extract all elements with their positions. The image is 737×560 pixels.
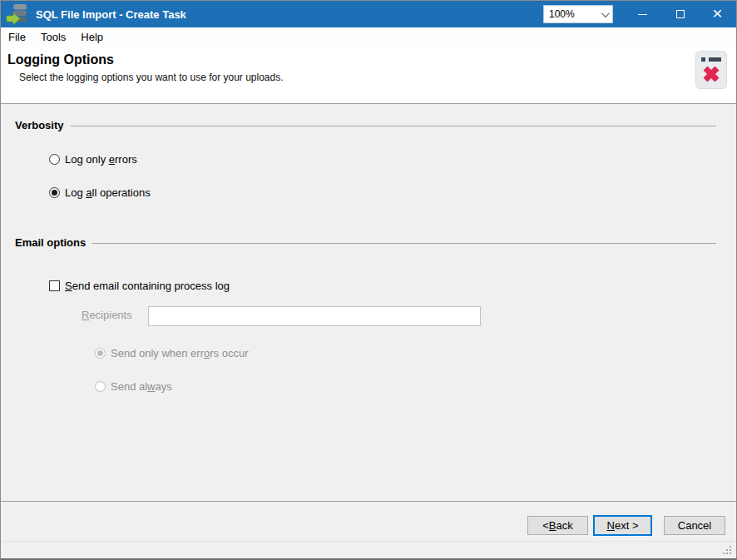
minimize-icon: [638, 14, 647, 15]
resize-grip[interactable]: [723, 546, 732, 555]
menu-file[interactable]: File: [7, 29, 33, 46]
radio-icon[interactable]: [95, 348, 106, 359]
maximize-icon: [676, 10, 685, 18]
window-title: SQL File Import - Create Task: [36, 8, 543, 21]
checkbox-send-email[interactable]: Send email containing process log: [49, 280, 230, 292]
database-import-icon: [6, 3, 27, 25]
zoom-select[interactable]: 100%: [543, 5, 613, 23]
title-bar: SQL File Import - Create Task 100% ×: [1, 1, 736, 27]
radio-send-only-errors[interactable]: Send only when errors occur: [95, 347, 248, 359]
checkbox-icon[interactable]: [49, 280, 60, 291]
verbosity-group-header: Verbosity: [15, 119, 716, 131]
radio-label: Log all operations: [65, 186, 151, 199]
next-button[interactable]: Next >: [593, 515, 652, 536]
radio-label: Send always: [111, 380, 172, 393]
status-bar: [1, 542, 736, 558]
menu-bar: File Tools Help: [1, 27, 736, 47]
radio-log-only-errors[interactable]: Log only errors: [49, 153, 137, 166]
wizard-window: SQL File Import - Create Task 100% × Fil…: [0, 0, 737, 560]
radio-icon[interactable]: [95, 381, 106, 392]
log-file-error-icon: [695, 51, 727, 89]
wizard-header: Logging Options Select the logging optio…: [1, 47, 736, 104]
radio-icon[interactable]: [49, 187, 60, 198]
verbosity-group-title: Verbosity: [15, 119, 64, 131]
chevron-down-icon: [601, 9, 610, 17]
minimize-button[interactable]: [624, 1, 661, 27]
page-title: Logging Options: [7, 52, 114, 67]
recipients-input[interactable]: [148, 306, 481, 326]
checkbox-label: Send email containing process log: [65, 280, 230, 292]
email-group-divider: [92, 243, 716, 244]
button-bar: < Back Next > Cancel: [1, 502, 736, 542]
maximize-button[interactable]: [661, 1, 699, 27]
email-group-header: Email options: [15, 236, 716, 249]
radio-label: Send only when errors occur: [111, 347, 248, 359]
zoom-select-value: 100%: [549, 8, 601, 20]
menu-help[interactable]: Help: [73, 29, 111, 46]
email-group-title: Email options: [15, 236, 86, 249]
radio-label: Log only errors: [65, 153, 137, 166]
radio-send-always[interactable]: Send always: [95, 380, 172, 393]
radio-icon[interactable]: [49, 154, 60, 165]
menu-tools[interactable]: Tools: [33, 29, 73, 46]
recipients-label: Recipients: [82, 309, 132, 321]
verbosity-group-divider: [71, 126, 716, 126]
close-icon: ×: [712, 4, 722, 22]
close-button[interactable]: ×: [699, 1, 736, 27]
wizard-content: Verbosity Log only errors Log all operat…: [1, 104, 736, 502]
cancel-button[interactable]: Cancel: [664, 516, 725, 535]
back-button[interactable]: < Back: [527, 516, 588, 535]
radio-log-all-operations[interactable]: Log all operations: [49, 186, 151, 199]
page-subtitle: Select the logging options you want to u…: [19, 72, 284, 83]
